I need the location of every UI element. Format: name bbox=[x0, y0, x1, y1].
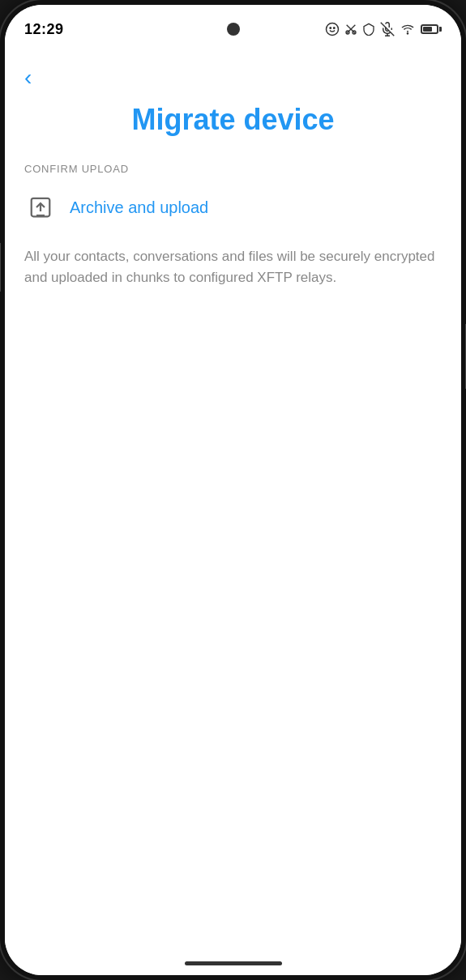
app-content: ‹ Migrate device CONFIRM UPLOAD Archive … bbox=[5, 53, 461, 975]
home-indicator bbox=[185, 961, 282, 965]
svg-point-1 bbox=[330, 28, 331, 29]
status-icons bbox=[325, 22, 442, 36]
phone-frame: 12:29 bbox=[0, 0, 466, 980]
volume-button bbox=[0, 243, 1, 292]
description-text: All your contacts, conversations and fil… bbox=[5, 240, 461, 288]
archive-upload-row[interactable]: Archive and upload bbox=[5, 185, 461, 240]
action-label: Archive and upload bbox=[70, 198, 208, 217]
cut-icon bbox=[344, 23, 357, 36]
shield-icon bbox=[362, 23, 375, 36]
face-icon bbox=[325, 22, 340, 36]
section-label: CONFIRM UPLOAD bbox=[5, 163, 461, 185]
page-title: Migrate device bbox=[5, 96, 461, 163]
battery-icon bbox=[421, 24, 442, 34]
wifi-icon bbox=[400, 23, 416, 36]
back-button[interactable]: ‹ bbox=[5, 53, 461, 96]
back-chevron-icon: ‹ bbox=[24, 66, 32, 89]
svg-point-2 bbox=[334, 28, 336, 29]
svg-point-0 bbox=[327, 23, 339, 36]
phone-screen: 12:29 bbox=[5, 5, 461, 975]
status-bar: 12:29 bbox=[5, 5, 461, 53]
svg-point-10 bbox=[407, 33, 408, 34]
camera-dot bbox=[227, 23, 240, 36]
upload-icon bbox=[24, 191, 57, 224]
upload-svg-icon bbox=[28, 195, 53, 219]
status-time: 12:29 bbox=[24, 21, 64, 38]
mute-icon bbox=[380, 22, 395, 36]
